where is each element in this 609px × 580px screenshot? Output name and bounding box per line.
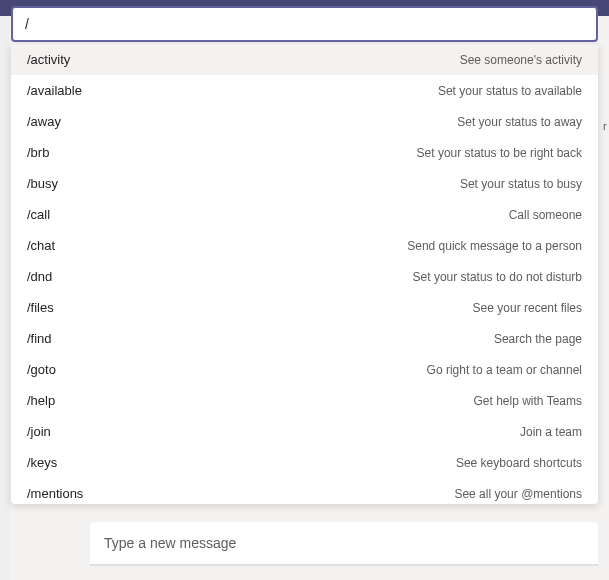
command-description: Join a team	[520, 425, 582, 439]
command-name: /activity	[27, 52, 70, 67]
command-item[interactable]: /callCall someone	[11, 199, 598, 230]
command-item[interactable]: /awaySet your status to away	[11, 106, 598, 137]
command-description: See keyboard shortcuts	[456, 456, 582, 470]
command-name: /keys	[27, 455, 57, 470]
command-name: /brb	[27, 145, 49, 160]
command-name: /available	[27, 83, 82, 98]
command-input[interactable]	[11, 6, 598, 42]
command-description: See your recent files	[473, 301, 582, 315]
command-description: Call someone	[509, 208, 582, 222]
command-description: Set your status to do not disturb	[413, 270, 582, 284]
command-description: Send quick message to a person	[407, 239, 582, 253]
command-name: /mentions	[27, 486, 83, 501]
message-composer	[90, 522, 598, 566]
command-name: /chat	[27, 238, 55, 253]
command-description: Set your status to busy	[460, 177, 582, 191]
message-input[interactable]	[90, 522, 598, 566]
command-item[interactable]: /filesSee your recent files	[11, 292, 598, 323]
command-description: Go right to a team or channel	[427, 363, 582, 377]
command-name: /help	[27, 393, 55, 408]
command-name: /join	[27, 424, 51, 439]
command-item[interactable]: /joinJoin a team	[11, 416, 598, 447]
command-item[interactable]: /availableSet your status to available	[11, 75, 598, 106]
command-item[interactable]: /dndSet your status to do not disturb	[11, 261, 598, 292]
command-suggestions-dropdown: /activitySee someone's activity/availabl…	[11, 44, 598, 504]
command-bar	[11, 6, 598, 42]
command-item[interactable]: /findSearch the page	[11, 323, 598, 354]
command-name: /files	[27, 300, 54, 315]
command-name: /dnd	[27, 269, 52, 284]
command-item[interactable]: /busySet your status to busy	[11, 168, 598, 199]
command-item[interactable]: /brbSet your status to be right back	[11, 137, 598, 168]
command-name: /goto	[27, 362, 56, 377]
command-item[interactable]: /gotoGo right to a team or channel	[11, 354, 598, 385]
command-item[interactable]: /chatSend quick message to a person	[11, 230, 598, 261]
command-description: Set your status to away	[457, 115, 582, 129]
command-name: /find	[27, 331, 52, 346]
command-name: /call	[27, 207, 50, 222]
command-item[interactable]: /mentionsSee all your @mentions	[11, 478, 598, 504]
command-name: /away	[27, 114, 61, 129]
command-item[interactable]: /activitySee someone's activity	[11, 44, 598, 75]
command-description: Get help with Teams	[474, 394, 583, 408]
command-description: Search the page	[494, 332, 582, 346]
command-item[interactable]: /helpGet help with Teams	[11, 385, 598, 416]
command-item[interactable]: /keysSee keyboard shortcuts	[11, 447, 598, 478]
command-description: See someone's activity	[460, 53, 582, 67]
command-description: Set your status to be right back	[417, 146, 582, 160]
truncated-char: r	[603, 120, 609, 132]
left-rail-fragment	[0, 16, 10, 580]
command-description: Set your status to available	[438, 84, 582, 98]
command-name: /busy	[27, 176, 58, 191]
command-description: See all your @mentions	[454, 487, 582, 501]
